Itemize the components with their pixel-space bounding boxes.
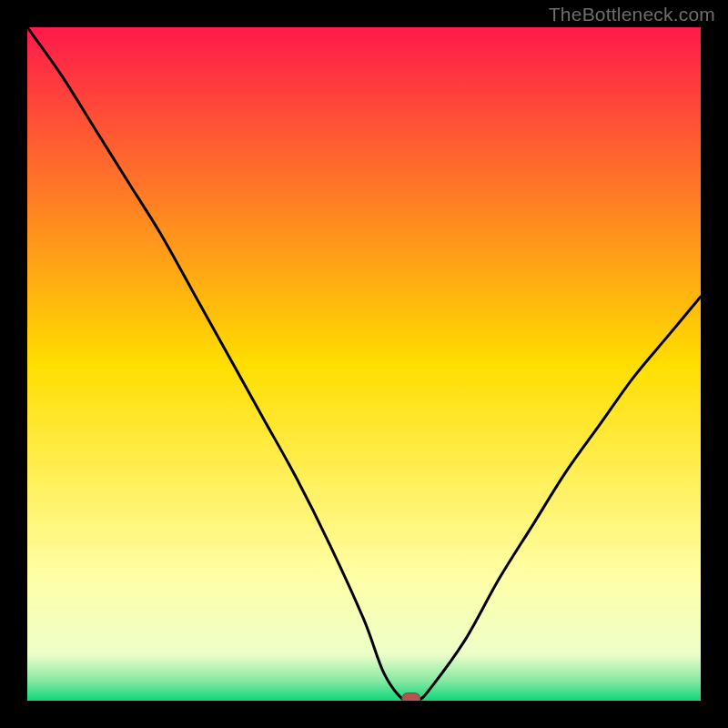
watermark-text: TheBottleneck.com — [549, 4, 715, 25]
chart-frame: TheBottleneck.com — [0, 0, 728, 728]
plot-background — [27, 27, 701, 701]
minimum-marker — [402, 693, 420, 702]
bottleneck-plot — [27, 27, 701, 701]
